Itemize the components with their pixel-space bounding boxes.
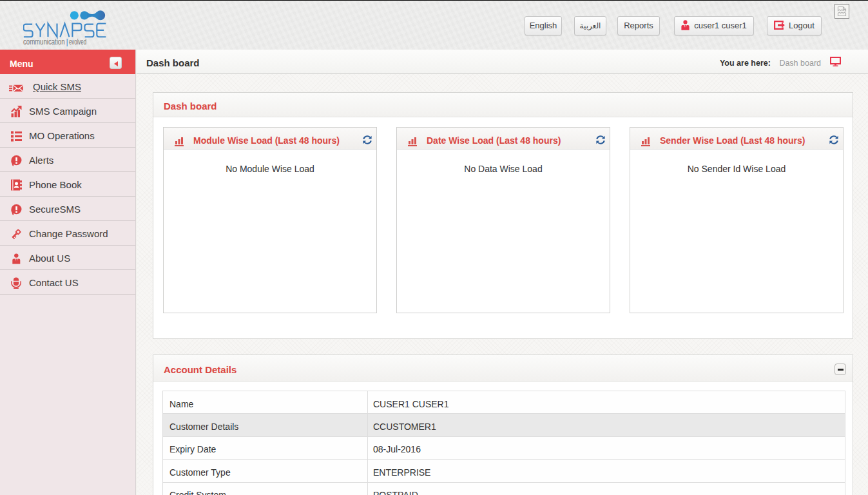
svg-text:evolved: evolved bbox=[69, 37, 86, 46]
svg-text:|: | bbox=[66, 37, 68, 46]
svg-text:communication: communication bbox=[23, 37, 65, 46]
